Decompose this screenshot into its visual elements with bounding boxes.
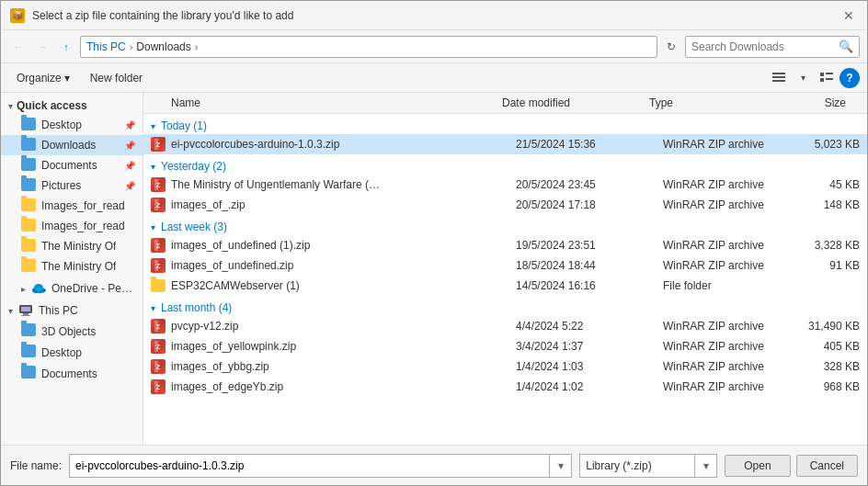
- folder-icon: [21, 259, 36, 274]
- col-date-header[interactable]: Date modified: [495, 96, 642, 109]
- file-date-cell: 19/5/2024 23:51: [508, 239, 656, 252]
- table-row[interactable]: Z ei-pvccolorcubes-arduino-1.0.3.zip 21/…: [143, 134, 867, 154]
- filename-input[interactable]: [70, 459, 549, 472]
- sidebar-item-label: Downloads: [41, 139, 96, 152]
- sidebar-item-downloads[interactable]: Downloads 📌: [1, 135, 143, 155]
- table-row[interactable]: Z The Ministry of Ungentlemanly Warfare …: [143, 175, 867, 195]
- help-button[interactable]: ?: [839, 68, 860, 88]
- sidebar-item-images2[interactable]: Images_for_read: [1, 216, 143, 236]
- table-row[interactable]: Z images_of_undefined.zip 18/5/2024 18:4…: [143, 255, 867, 276]
- sidebar-item-label: Desktop: [41, 119, 82, 131]
- group-header[interactable]: ▾Yesterday (2): [143, 154, 867, 175]
- svg-rect-2: [772, 80, 785, 82]
- search-icon: 🔍: [839, 40, 853, 53]
- file-name-cell: images_of_edgeYb.zip: [171, 380, 508, 393]
- zip-icon: Z: [151, 319, 166, 333]
- file-group: ▾Last month (4) Z pvcyp-v12.zip 4/4/2024…: [143, 296, 867, 397]
- sidebar-item-ministry2[interactable]: The Ministry Of: [1, 256, 143, 277]
- col-type-header[interactable]: Type: [642, 96, 771, 109]
- group-label: Last month (4): [161, 301, 232, 314]
- onedrive-chevron: ▸: [21, 284, 26, 294]
- breadcrumb-bar[interactable]: This PC › Downloads ›: [80, 36, 657, 58]
- organize-button[interactable]: Organize ▾: [8, 68, 78, 88]
- refresh-button[interactable]: ↻: [661, 37, 681, 57]
- sidebar-item-pc-documents[interactable]: Documents: [1, 363, 143, 384]
- view-details-button[interactable]: [816, 68, 838, 88]
- filename-input-wrap: ▾: [69, 454, 572, 478]
- svg-rect-0: [772, 73, 785, 74]
- file-list: Name Date modified Type Size ▾Today (1) …: [143, 93, 867, 445]
- onedrive-item[interactable]: ▸ OneDrive - Person: [1, 278, 143, 299]
- zip-icon: Z: [151, 258, 166, 273]
- group-header[interactable]: ▾Last month (4): [143, 296, 867, 316]
- close-button[interactable]: ✕: [839, 6, 858, 25]
- second-toolbar: Organize ▾ New folder ▾ ?: [1, 63, 867, 93]
- filetype-label: Library (*.zip): [580, 459, 694, 472]
- file-icon-cell: Z: [151, 198, 166, 212]
- zip-icon: Z: [151, 198, 166, 212]
- help-label: ?: [846, 72, 852, 85]
- sidebar-item-label: Images_for_read: [41, 220, 125, 232]
- file-icon-cell: Z: [151, 359, 166, 374]
- sidebar-item-pc-desktop[interactable]: Desktop: [1, 342, 143, 363]
- file-type-cell: WinRAR ZIP archive: [656, 320, 784, 333]
- file-icon-cell: [151, 278, 166, 293]
- sidebar-item-documents[interactable]: Documents 📌: [1, 155, 143, 175]
- sidebar-item-label: Desktop: [41, 346, 82, 359]
- table-row[interactable]: Z images_of_edgeYb.zip 1/4/2024 1:02 Win…: [143, 377, 867, 397]
- pin-icon: 📌: [124, 141, 135, 151]
- filetype-dropdown[interactable]: ▾: [694, 455, 716, 477]
- forward-button[interactable]: →: [32, 37, 52, 57]
- file-name-cell: images_of_undefined.zip: [171, 259, 508, 272]
- file-type-cell: WinRAR ZIP archive: [656, 340, 784, 353]
- breadcrumb-downloads[interactable]: Downloads: [136, 40, 190, 53]
- table-row[interactable]: Z pvcyp-v12.zip 4/4/2024 5:22 WinRAR ZIP…: [143, 316, 867, 336]
- title-bar-left: 📦 Select a zip file containing the libra…: [10, 8, 293, 23]
- sidebar-item-ministry1[interactable]: The Ministry Of: [1, 236, 143, 256]
- group-header[interactable]: ▾Last week (3): [143, 215, 867, 235]
- back-button[interactable]: ←: [8, 37, 29, 57]
- sidebar-item-images1[interactable]: Images_for_read: [1, 196, 143, 216]
- file-name-cell: images_of_yellowpink.zip: [171, 340, 508, 353]
- quick-access-label: Quick access: [17, 99, 87, 112]
- file-size-cell: 45 KB: [784, 178, 867, 191]
- table-row[interactable]: Z images_of_ybbg.zip 1/4/2024 1:03 WinRA…: [143, 356, 867, 377]
- folder-icon: [21, 219, 36, 233]
- svg-rect-5: [820, 78, 824, 82]
- table-row[interactable]: Z images_of_undefined (1).zip 19/5/2024 …: [143, 235, 867, 255]
- group-label: Last week (3): [161, 220, 227, 233]
- col-size-header[interactable]: Size: [771, 96, 853, 109]
- new-folder-label: New folder: [90, 72, 143, 85]
- sidebar-item-pictures[interactable]: Pictures 📌: [1, 175, 143, 196]
- zip-icon: Z: [151, 359, 166, 374]
- file-name-cell: images_of_.zip: [171, 198, 508, 211]
- folder-icon: [21, 239, 36, 254]
- thispc-item[interactable]: ▾ This PC: [1, 300, 143, 321]
- file-date-cell: 4/4/2024 5:22: [508, 320, 656, 333]
- breadcrumb-thispc[interactable]: This PC: [86, 40, 126, 53]
- open-button[interactable]: Open: [725, 455, 790, 477]
- filename-dropdown[interactable]: ▾: [549, 455, 571, 477]
- table-row[interactable]: ESP32CAMWebserver (1) 14/5/2024 16:16 Fi…: [143, 276, 867, 296]
- table-row[interactable]: Z images_of_.zip 20/5/2024 17:18 WinRAR …: [143, 195, 867, 215]
- zip-icon: Z: [151, 339, 166, 354]
- new-folder-button[interactable]: New folder: [82, 68, 151, 88]
- group-header[interactable]: ▾Today (1): [143, 114, 867, 134]
- cancel-button[interactable]: Cancel: [796, 455, 858, 477]
- search-input[interactable]: [691, 40, 835, 53]
- file-type-cell: WinRAR ZIP archive: [656, 360, 784, 373]
- file-date-cell: 20/5/2024 23:45: [508, 178, 656, 191]
- group-chevron: ▾: [151, 222, 155, 232]
- file-date-cell: 21/5/2024 15:36: [508, 138, 656, 151]
- view-list-button[interactable]: [768, 68, 790, 88]
- zip-icon: Z: [151, 238, 166, 253]
- dialog-icon: 📦: [10, 8, 25, 23]
- quick-access-header[interactable]: ▾ Quick access: [1, 96, 143, 115]
- up-button[interactable]: ↑: [56, 37, 76, 57]
- file-type-cell: WinRAR ZIP archive: [656, 198, 784, 211]
- sidebar-item-3dobjects[interactable]: 3D Objects: [1, 321, 143, 342]
- view-dropdown-button[interactable]: ▾: [792, 68, 814, 88]
- table-row[interactable]: Z images_of_yellowpink.zip 3/4/2024 1:37…: [143, 336, 867, 356]
- sidebar-item-desktop[interactable]: Desktop 📌: [1, 115, 143, 135]
- col-name-header[interactable]: Name: [143, 96, 495, 109]
